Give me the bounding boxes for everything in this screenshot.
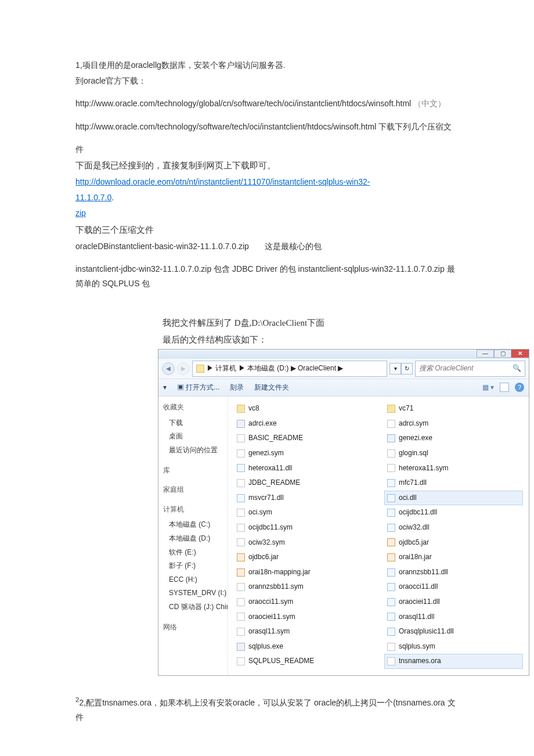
paragraph: 下面是我已经搜到的，直接复制到网页上下载即可。 bbox=[75, 158, 459, 174]
footer-paragraph: 22,配置tnsnames.ora，如果本机上没有安装oracle，可以从安装了… bbox=[75, 693, 459, 725]
file-item[interactable]: ociw32.sym bbox=[234, 535, 373, 550]
pkg-basic-line: oracleDBinstantclient-basic-win32-11.1.0… bbox=[75, 239, 459, 254]
file-item[interactable]: tnsnames.ora bbox=[384, 654, 523, 669]
jar-icon bbox=[387, 538, 395, 546]
sidebar-item-downloads[interactable]: 下载 bbox=[163, 416, 224, 430]
sidebar-item-drive-e[interactable]: 软件 (E:) bbox=[163, 546, 224, 560]
pkg-rest: instantclient-jdbc-win32-11.1.0.7.0.zip … bbox=[75, 262, 459, 291]
file-item[interactable]: msvcr71.dll bbox=[234, 491, 373, 506]
file-item[interactable]: ocijdbc11.dll bbox=[384, 505, 523, 520]
file-icon bbox=[237, 613, 245, 621]
sidebar-computer[interactable]: 计算机 bbox=[163, 503, 224, 516]
extract-line-1: 我把文件解压到了 D盘,D:\OracleClient下面 bbox=[163, 315, 459, 331]
sidebar-item-drive-c[interactable]: 本地磁盘 (C:) bbox=[163, 518, 224, 532]
link-text-b: 11.1.0.7.0 bbox=[75, 193, 111, 202]
address-bar[interactable]: ▶ 计算机 ▶ 本地磁盘 (D:) ▶ OracleClient ▶ bbox=[192, 361, 387, 377]
file-item[interactable]: heteroxa11.sym bbox=[384, 461, 523, 476]
zip-label[interactable]: zip bbox=[75, 206, 459, 221]
file-item[interactable]: orasql11.sym bbox=[234, 624, 373, 639]
forward-button[interactable]: ▶ bbox=[177, 362, 190, 375]
close-button[interactable]: ✕ bbox=[511, 350, 529, 358]
file-icon bbox=[387, 643, 395, 651]
view-button[interactable]: ▦ ▾ bbox=[482, 381, 494, 394]
sidebar-favorites[interactable]: 收藏夹 bbox=[163, 401, 224, 414]
file-item[interactable]: genezi.sym bbox=[234, 446, 373, 461]
history-dropdown-button[interactable]: ▾ bbox=[389, 363, 401, 375]
window-chrome: — ▢ ✕ bbox=[158, 350, 529, 359]
file-item[interactable]: orai18n-mapping.jar bbox=[234, 565, 373, 580]
sidebar-item-drive-j[interactable]: CD 驱动器 (J:) Chin bbox=[163, 600, 224, 614]
file-item[interactable]: orai18n.jar bbox=[384, 550, 523, 565]
file-item[interactable]: oraociei11.sym bbox=[234, 610, 373, 625]
file-item[interactable]: heteroxa11.dll bbox=[234, 461, 373, 476]
exe-icon bbox=[237, 420, 245, 428]
file-icon bbox=[237, 583, 245, 591]
new-folder-button[interactable]: 新建文件夹 bbox=[254, 381, 289, 394]
file-item[interactable]: orannzsbb11.sym bbox=[234, 579, 373, 595]
download-link-line2[interactable]: 11.1.0.7.0. bbox=[75, 190, 459, 205]
organize-dropdown[interactable]: ▾ bbox=[163, 381, 167, 394]
file-item-label: ojdbc5.jar bbox=[399, 537, 429, 549]
search-icon: 🔍 bbox=[513, 362, 521, 375]
file-item[interactable]: SQLPLUS_README bbox=[234, 654, 373, 669]
sidebar-item-drive-h[interactable]: ECC (H:) bbox=[163, 573, 224, 587]
dll-icon bbox=[387, 494, 395, 502]
file-item-label: genezi.exe bbox=[399, 432, 432, 445]
back-button[interactable]: ◀ bbox=[162, 362, 175, 375]
sidebar-libraries[interactable]: 库 bbox=[163, 465, 224, 477]
file-item[interactable]: oci.sym bbox=[234, 505, 373, 520]
file-icon bbox=[237, 628, 245, 636]
file-item[interactable]: ojdbc6.jar bbox=[234, 550, 373, 565]
toolbar: ▾ ▣ 打开方式... 刻录 新建文件夹 ▦ ▾ ? bbox=[158, 379, 529, 397]
file-item[interactable]: oraociei11.dll bbox=[384, 595, 523, 610]
file-item[interactable]: oraocci11.dll bbox=[384, 579, 523, 595]
file-item-label: tnsnames.ora bbox=[399, 655, 441, 668]
search-input[interactable]: 搜索 OracleClient 🔍 bbox=[415, 361, 525, 377]
file-item[interactable]: adrci.exe bbox=[234, 416, 373, 431]
maximize-button[interactable]: ▢ bbox=[494, 350, 511, 358]
paragraph: 到oracle官方下载： bbox=[75, 74, 459, 88]
file-item[interactable]: sqlplus.exe bbox=[234, 639, 373, 654]
file-item[interactable]: ociw32.dll bbox=[384, 520, 523, 535]
exe-icon bbox=[237, 643, 245, 651]
file-icon bbox=[387, 420, 395, 428]
sidebar-item-drive-i[interactable]: SYSTEM_DRV (I:) bbox=[163, 586, 224, 600]
sidebar-item-drive-f[interactable]: 影子 (F:) bbox=[163, 559, 224, 573]
dll-icon bbox=[387, 628, 395, 636]
file-item[interactable]: vc8 bbox=[234, 401, 373, 416]
download-link[interactable]: http://download.oracle.eom/otn/nt/instan… bbox=[75, 175, 459, 189]
file-item[interactable]: JDBC_README bbox=[234, 476, 373, 491]
file-item[interactable]: adrci.sym bbox=[384, 416, 523, 431]
file-item[interactable]: orannzsbb11.dll bbox=[384, 565, 523, 580]
file-column-1: vc8adrci.exeBASIC_READMEgenezi.symhetero… bbox=[234, 401, 373, 671]
file-item-label: ociw32.sym bbox=[248, 537, 285, 549]
preview-pane-button[interactable] bbox=[500, 383, 509, 392]
file-item[interactable]: oraocci11.sym bbox=[234, 595, 373, 610]
help-button[interactable]: ? bbox=[515, 383, 524, 392]
file-item[interactable]: vc71 bbox=[384, 401, 523, 416]
file-item[interactable]: sqlplus.sym bbox=[384, 639, 523, 654]
file-item[interactable]: BASIC_README bbox=[234, 431, 373, 446]
sidebar-homegroup[interactable]: 家庭组 bbox=[163, 484, 224, 496]
file-item[interactable]: Orasqlplusic11.dll bbox=[384, 624, 523, 639]
folder-icon bbox=[387, 405, 395, 413]
file-item[interactable]: mfc71.dll bbox=[384, 476, 523, 491]
file-item[interactable]: orasql11.dll bbox=[384, 610, 523, 625]
open-with-button[interactable]: ▣ 打开方式... bbox=[177, 381, 219, 394]
refresh-button[interactable]: ↻ bbox=[401, 363, 413, 375]
file-item[interactable]: ocijdbc11.sym bbox=[234, 520, 373, 535]
sidebar-item-recent[interactable]: 最近访问的位置 bbox=[163, 444, 224, 458]
file-item[interactable]: oci.dll bbox=[384, 491, 523, 506]
sidebar-item-desktop[interactable]: 桌面 bbox=[163, 430, 224, 444]
file-item[interactable]: ojdbc5.jar bbox=[384, 535, 523, 550]
file-item-label: orai18n-mapping.jar bbox=[248, 566, 311, 579]
file-item-label: JDBC_README bbox=[248, 477, 300, 489]
file-item-label: msvcr71.dll bbox=[248, 492, 284, 505]
file-item[interactable]: genezi.exe bbox=[384, 431, 523, 446]
sidebar-network[interactable]: 网络 bbox=[163, 621, 224, 634]
sidebar-item-drive-d[interactable]: 本地磁盘 (D:) bbox=[163, 532, 224, 546]
minimize-button[interactable]: — bbox=[477, 350, 494, 358]
folder-icon bbox=[237, 405, 245, 413]
file-item[interactable]: glogin.sql bbox=[384, 446, 523, 461]
burn-button[interactable]: 刻录 bbox=[230, 381, 244, 394]
